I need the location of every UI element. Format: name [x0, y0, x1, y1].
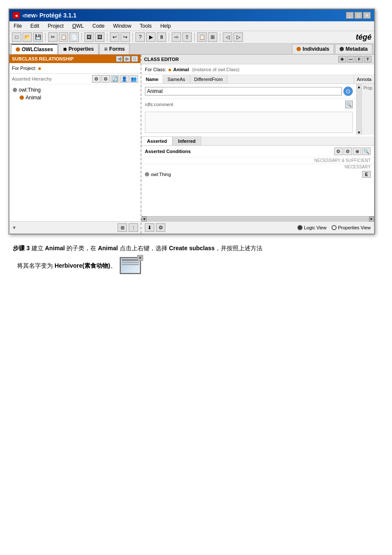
name-confirm-btn[interactable]: ⊙	[343, 87, 353, 96]
hierarchy-label: Asserted Hierarchy	[12, 76, 52, 81]
tb-img2-button[interactable]: 🖼	[95, 32, 104, 42]
tb-help-button[interactable]: ?	[135, 32, 145, 42]
menu-edit[interactable]: Edit	[29, 22, 41, 30]
desc-animal2: Animal	[98, 245, 118, 251]
name-main: ⊙ rdfs:comment 🔍	[141, 84, 356, 135]
rdfs-comment-label: rdfs:comment	[145, 102, 173, 107]
ac-btn3[interactable]: ⊕	[353, 147, 361, 155]
tb-save-button[interactable]: 💾	[33, 32, 43, 42]
prop-side-label: Prop	[361, 84, 374, 135]
scroll-up-arrow[interactable]: ▲	[357, 85, 361, 89]
ac-btn2[interactable]: ⚙	[343, 147, 352, 155]
hier-btn2[interactable]: ⚙	[101, 75, 110, 83]
menu-file[interactable]: File	[12, 22, 23, 30]
owlthing-label: owl:Thing	[19, 87, 40, 93]
tab-metadata[interactable]: Metadata	[335, 44, 372, 54]
maximize-button[interactable]: □	[355, 12, 362, 19]
tb-fwd-button[interactable]: ↪	[121, 32, 130, 42]
logic-view-option[interactable]: Logic View	[297, 225, 326, 230]
tb-open-button[interactable]: 📂	[23, 32, 32, 42]
subclass-right-btn[interactable]: ▷	[124, 56, 130, 62]
tab-properties[interactable]: ■ Properties	[58, 43, 98, 54]
left-bottom: ▼ ⊞ ⋮	[9, 221, 141, 234]
left-panel: SUBCLASS RELATIONSHIP ◁ ▷ □ For Project:…	[9, 55, 141, 234]
ce-btn1[interactable]: ⊕	[338, 56, 346, 63]
hier-btn5[interactable]: 👥	[130, 75, 138, 83]
tb-stop-button[interactable]: ⏸	[157, 32, 166, 42]
ai-tab-inferred[interactable]: Inferred	[173, 136, 201, 145]
title-controls: _ □ ✕	[346, 12, 371, 19]
ce-btn4[interactable]: T	[364, 56, 372, 63]
menu-owl[interactable]: OWL	[70, 22, 85, 30]
desc-animal1: Animal	[45, 245, 65, 251]
tb-sep4	[133, 33, 133, 41]
hier-btn3[interactable]: 🔄	[111, 75, 119, 83]
ai-tab-asserted[interactable]: Asserted	[141, 136, 173, 145]
tb-img1-button[interactable]: 🖼	[84, 32, 94, 42]
tb-right-button[interactable]: ▷	[233, 32, 243, 42]
subclass-left-btn[interactable]: ◁	[116, 56, 123, 62]
tree-item-animal[interactable]: Animal	[20, 94, 137, 101]
desc-line1: 步骤 3 建立 Animal 的子类，在 Animal 点击上右键，选择 Cre…	[13, 243, 379, 254]
menu-window[interactable]: Window	[111, 22, 133, 30]
tb-nav2-button[interactable]: ⇧	[182, 32, 192, 42]
tb-play-button[interactable]: ▶	[146, 32, 156, 42]
minimize-button[interactable]: _	[346, 12, 354, 19]
tb-ref-button[interactable]: 📋	[197, 32, 207, 42]
lb-btn1[interactable]: ⊞	[118, 223, 127, 232]
tb-left-button[interactable]: ◁	[223, 32, 232, 42]
tb-sep6	[194, 33, 195, 41]
animal-dot	[20, 95, 24, 100]
ce-btn3[interactable]: F	[355, 56, 363, 63]
comment-area[interactable]	[145, 112, 353, 133]
logic-view-radio[interactable]	[297, 225, 303, 230]
tb-grid-button[interactable]: ⊞	[208, 32, 217, 42]
tb-copy-button[interactable]: 📋	[59, 32, 68, 42]
name-input[interactable]	[145, 87, 342, 95]
subclass-expand-btn[interactable]: □	[131, 56, 138, 62]
ac-btn4[interactable]: 🔍	[362, 147, 371, 155]
rb-btn1[interactable]: ⬇	[145, 223, 154, 232]
ce-btn2[interactable]: —	[347, 56, 355, 63]
class-name: Animal	[173, 67, 189, 72]
menu-project[interactable]: Project	[46, 22, 65, 30]
tab-forms[interactable]: ≡ Forms	[99, 43, 130, 54]
animal-label: Animal	[26, 95, 41, 101]
lb-btn2[interactable]: ⋮	[129, 223, 138, 232]
prop-tab-name[interactable]: Name	[141, 75, 163, 84]
properties-view-radio[interactable]	[331, 225, 337, 230]
tab-owlclasses[interactable]: OWLClasses	[11, 44, 58, 54]
prop-tab-sameas[interactable]: SameAs	[163, 75, 190, 84]
scroll-right-btn[interactable]: ►	[369, 217, 374, 222]
menu-code[interactable]: Code	[91, 22, 107, 30]
properties-view-option[interactable]: Properties View	[331, 225, 371, 230]
prop-search-btn[interactable]: 🔍	[345, 101, 353, 108]
rb-btn2[interactable]: ⚙	[156, 223, 165, 232]
forms-label: Forms	[109, 46, 125, 52]
prop-tab-differentfrom[interactable]: DifferentFrom	[190, 75, 228, 84]
tb-paste-button[interactable]: 📄	[69, 32, 79, 42]
rb-left-btns: ⬇ ⚙	[145, 223, 165, 232]
menu-help[interactable]: Help	[159, 22, 173, 30]
prop-label-row: rdfs:comment 🔍	[141, 99, 356, 110]
thumb-close-btn[interactable]: ✕	[137, 255, 143, 261]
close-button[interactable]: ✕	[363, 12, 371, 19]
main-window: ◄ ‹new› Protégé 3.1.1 _ □ ✕ File Edit Pr…	[9, 9, 375, 234]
subclass-header-label: SUBCLASS RELATIONSHIP	[12, 56, 74, 61]
tb-nav-button[interactable]: ⇨	[172, 32, 181, 42]
tree-item-owlthing[interactable]: owl:Thing	[13, 86, 137, 94]
hier-btn1[interactable]: ⚙	[92, 75, 101, 83]
condition-e-btn[interactable]: Ε	[362, 171, 371, 178]
condition-label: owl:Thing	[151, 172, 171, 177]
tb-back-button[interactable]: ↩	[110, 32, 119, 42]
menu-tools[interactable]: Tools	[138, 22, 153, 30]
hier-btn4[interactable]: 👤	[120, 75, 129, 83]
tb-new-button[interactable]: □	[12, 32, 21, 42]
ac-btn1[interactable]: ⚙	[334, 147, 343, 155]
tb-sep1	[45, 33, 46, 41]
tb-cut-button[interactable]: ✂	[48, 32, 58, 42]
scroll-down-arrow[interactable]: ▼	[357, 130, 361, 135]
individuals-dot	[297, 47, 301, 51]
tab-individuals[interactable]: Individuals	[292, 44, 334, 54]
scroll-left-btn[interactable]: ◄	[141, 217, 147, 222]
